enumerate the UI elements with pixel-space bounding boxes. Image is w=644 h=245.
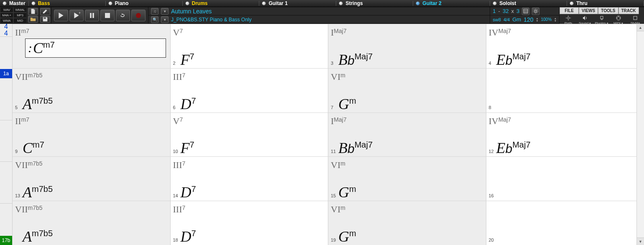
loop-button[interactable] bbox=[116, 10, 130, 21]
bar-cell[interactable]: V710F7 bbox=[171, 112, 329, 157]
track-bass[interactable]: Bass bbox=[29, 0, 106, 7]
tempo-stepper[interactable]: ▲▼ bbox=[536, 17, 539, 22]
track-label: Piano bbox=[115, 0, 129, 6]
track-radio-icon[interactable] bbox=[108, 1, 112, 5]
track-guitar-1[interactable]: Guitar 1 bbox=[259, 0, 336, 7]
track-radio-icon[interactable] bbox=[339, 1, 343, 5]
menu-tools[interactable]: TOOLS bbox=[598, 7, 618, 14]
scroll-down-icon[interactable]: ▼ bbox=[637, 237, 644, 245]
bar-cell[interactable]: IMaj711BbMaj7 bbox=[328, 112, 486, 157]
bar-cell[interactable]: VIIm7b5Am7b5 bbox=[13, 201, 171, 245]
bar-cell[interactable]: VIIm7b55Am7b5 bbox=[13, 68, 171, 112]
bar-cell[interactable]: VIm19Gm bbox=[328, 201, 486, 245]
range-reps[interactable]: 3 bbox=[516, 8, 519, 14]
track-label: Soloist bbox=[499, 0, 516, 6]
range-from[interactable]: 1 bbox=[493, 8, 496, 14]
play-button[interactable] bbox=[54, 10, 68, 21]
track-radio-icon[interactable] bbox=[185, 1, 189, 5]
key[interactable]: Gm bbox=[512, 16, 521, 23]
format-wmal[interactable]: WMAL bbox=[13, 7, 27, 13]
bar-number: 8 bbox=[489, 105, 495, 112]
track-radio-icon[interactable] bbox=[493, 1, 497, 5]
bar-cell[interactable]: VIIm7b513Am7b5 bbox=[13, 156, 171, 201]
bar-cell[interactable]: IVMaj74EbMaj7 bbox=[486, 24, 644, 68]
track-strings[interactable]: Strings bbox=[336, 0, 413, 7]
pause-button[interactable] bbox=[85, 10, 99, 21]
format-mp3[interactable]: MP3 bbox=[13, 13, 27, 18]
menu-views[interactable]: VIEWS bbox=[579, 7, 598, 14]
track-radio-icon[interactable] bbox=[31, 1, 36, 5]
track-master[interactable]: Master bbox=[0, 0, 29, 7]
track-label: Thru bbox=[576, 0, 588, 6]
settings-gear-icon[interactable] bbox=[532, 8, 539, 15]
bar-cell[interactable]: VIm7Gm bbox=[328, 68, 486, 112]
record-button[interactable] bbox=[131, 10, 146, 21]
time-signature-info[interactable]: 4/4 bbox=[503, 17, 510, 22]
part-marker[interactable]: 1a bbox=[0, 36, 13, 78]
svg-rect-4 bbox=[524, 9, 528, 13]
track-thru[interactable]: Thru bbox=[567, 0, 644, 7]
edit-icon[interactable] bbox=[40, 8, 50, 15]
stop-button[interactable] bbox=[100, 10, 115, 21]
track-piano[interactable]: Piano bbox=[106, 0, 183, 7]
bar-cell[interactable]: 20 bbox=[486, 201, 644, 245]
open-file-icon[interactable] bbox=[28, 16, 38, 23]
bar-cell[interactable]: 16 bbox=[486, 156, 644, 201]
track-radio-icon[interactable] bbox=[262, 1, 266, 5]
save-icon[interactable] bbox=[40, 16, 50, 23]
bar-cell[interactable]: IIm79Cm7 bbox=[13, 112, 171, 157]
track-radio-icon[interactable] bbox=[3, 1, 7, 5]
part-marker[interactable] bbox=[0, 120, 13, 162]
bar-cell[interactable]: VIm15Gm bbox=[328, 156, 486, 201]
bar-cell[interactable]: IVMaj712EbMaj7 bbox=[486, 112, 644, 157]
menu-file[interactable]: FILE bbox=[560, 7, 579, 14]
bar-number: 7 bbox=[331, 105, 337, 112]
track-radio-icon[interactable] bbox=[416, 1, 420, 5]
tempo-percent[interactable]: 100% bbox=[541, 17, 552, 22]
tempo[interactable]: 120 bbox=[524, 16, 533, 23]
bar-cell[interactable]: III714D7 bbox=[171, 156, 329, 201]
chord-symbol: Gm bbox=[338, 97, 356, 112]
chord-options-icon[interactable] bbox=[522, 8, 529, 15]
svg-rect-3 bbox=[105, 13, 110, 18]
bar-cell[interactable]: IMaj73BbMaj7 bbox=[328, 24, 486, 68]
play-from-button[interactable]: + bbox=[69, 10, 84, 21]
format-mid[interactable]: MID bbox=[13, 18, 27, 23]
format-wav[interactable]: WAV bbox=[0, 7, 13, 13]
new-file-icon[interactable] bbox=[28, 8, 38, 15]
track-label: Master bbox=[9, 0, 26, 6]
track-guitar-2[interactable]: Guitar 2 bbox=[413, 0, 490, 7]
song-title[interactable]: Autumn Leaves bbox=[171, 8, 487, 15]
time-signature[interactable]: 44 bbox=[0, 24, 13, 36]
style-feel[interactable]: sw8 bbox=[493, 17, 501, 22]
format-m4a[interactable]: M4A + bbox=[0, 13, 13, 18]
chord-symbol: Gm bbox=[338, 185, 356, 200]
bar-number: 20 bbox=[489, 237, 495, 244]
track-radio-icon[interactable] bbox=[570, 1, 574, 5]
scrollbar[interactable]: ▲ ▼ bbox=[636, 24, 644, 245]
part-marker[interactable]: 17b bbox=[0, 203, 13, 245]
track-drums[interactable]: Drums bbox=[183, 0, 260, 7]
bar-cell[interactable]: 8 bbox=[486, 68, 644, 112]
scroll-up-icon[interactable]: ▲ bbox=[637, 24, 644, 31]
style-text[interactable]: J_PNO&BS.STY Piano & Bass Only bbox=[171, 17, 487, 23]
title-dropdown-icon[interactable]: ▾ bbox=[161, 8, 169, 15]
bar-cell[interactable]: III76D7 bbox=[171, 68, 329, 112]
pct-stepper[interactable]: ▲▼ bbox=[554, 17, 557, 22]
chord-symbol: D7 bbox=[181, 229, 196, 244]
menu-track[interactable]: TRACK bbox=[618, 7, 639, 14]
style-dropdown-icon[interactable]: ▾ bbox=[161, 16, 169, 23]
bar-cell[interactable]: IIm7:Cm7 bbox=[13, 24, 171, 68]
track-soloist[interactable]: Soloist bbox=[490, 0, 567, 7]
range-to[interactable]: 32 bbox=[503, 8, 509, 14]
roman-numeral: III7 bbox=[173, 202, 326, 212]
part-marker[interactable] bbox=[0, 161, 13, 203]
part-marker[interactable] bbox=[0, 78, 13, 120]
bar-cell[interactable]: V72F7 bbox=[171, 24, 329, 68]
chord-symbol: F7 bbox=[181, 140, 194, 156]
chord-edit-input[interactable]: :Cm7 bbox=[25, 38, 166, 58]
chord-grid[interactable]: IIm7:Cm7V72F7IMaj73BbMaj7IVMaj74EbMaj7VI… bbox=[13, 24, 644, 245]
bar-cell[interactable]: III718D7 bbox=[171, 201, 329, 245]
song-memo-icon[interactable]: ♫ bbox=[151, 8, 158, 15]
style-search-icon[interactable]: 🔍 bbox=[151, 16, 158, 23]
